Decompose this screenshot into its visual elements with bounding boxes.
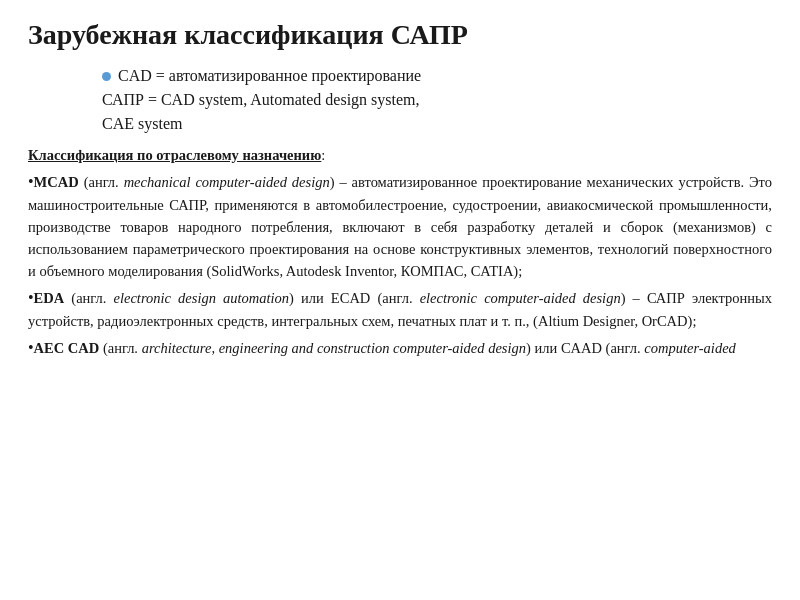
- intro-line-2: САПР = CAD system, Automated design syst…: [102, 88, 772, 112]
- intro-block: CAD = автоматизированное проектирование …: [88, 64, 772, 136]
- classification-heading-paragraph: Классификация по отраслевому назначению:: [28, 144, 772, 166]
- slide: Зарубежная классификация САПР CAD = авто…: [0, 0, 800, 600]
- main-content: Классификация по отраслевому назначению:…: [28, 144, 772, 361]
- classification-heading: Классификация по отраслевому назначению: [28, 147, 321, 163]
- mcad-paragraph: •MCAD (англ. mechanical computer-aided d…: [28, 170, 772, 282]
- intro-line-1: CAD = автоматизированное проектирование: [118, 67, 421, 84]
- aec-paragraph: •AEC CAD (англ. architecture, engineerin…: [28, 336, 772, 360]
- intro-line-3: CAE system: [102, 112, 772, 136]
- slide-title: Зарубежная классификация САПР: [28, 18, 772, 52]
- bullet-dot-1: [102, 72, 111, 81]
- eda-paragraph: •EDA (англ. electronic design automation…: [28, 286, 772, 332]
